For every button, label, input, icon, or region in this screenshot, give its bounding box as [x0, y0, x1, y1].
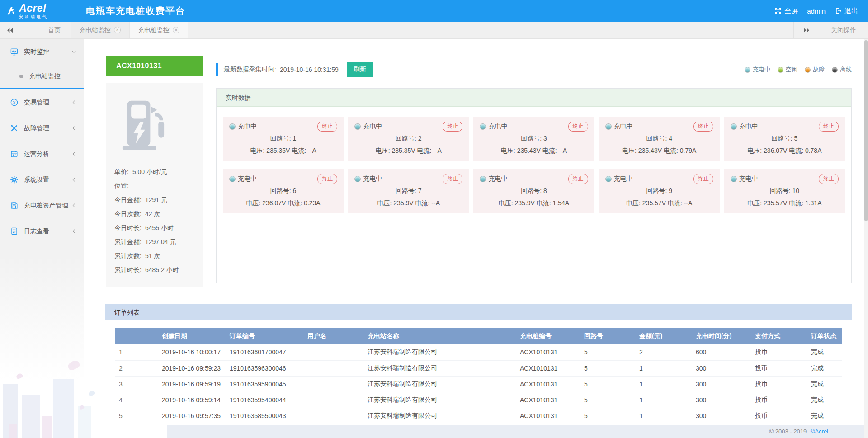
- created-date: 2019-10-16 10:00:17: [158, 344, 226, 360]
- logout-icon: [835, 7, 842, 14]
- status-ball-icon: [778, 67, 783, 73]
- pile-stat-row: 今日次数:42 次: [114, 210, 194, 218]
- pile-stat-row: 累计次数:51 次: [114, 252, 194, 260]
- scrollbar[interactable]: [864, 39, 868, 438]
- sidebar-item-pile-assets[interactable]: 充电桩资产管理: [0, 193, 84, 218]
- circuit-card-header: 充电中 终止: [354, 122, 462, 132]
- refresh-button[interactable]: 刷新: [347, 62, 373, 77]
- terminate-button[interactable]: 终止: [443, 174, 462, 184]
- terminate-button[interactable]: 终止: [693, 174, 713, 184]
- collect-time-row: 最新数据采集时间: 2019-10-16 10:31:59 刷新 充电中 空闲 …: [216, 61, 852, 78]
- pay-method: 投币: [751, 408, 807, 424]
- terminate-button[interactable]: 终止: [568, 122, 588, 132]
- stat-value: 6455 小时: [145, 224, 174, 231]
- stat-value: 51 次: [145, 252, 160, 259]
- close-tab-icon[interactable]: ×: [173, 27, 179, 33]
- sidebar-item-transactions[interactable]: ¥ 交易管理: [0, 89, 84, 115]
- main-content: ACX1010131: [84, 39, 868, 438]
- tabs-scroll-right-button[interactable]: [793, 22, 819, 38]
- order-status: 完成: [807, 376, 842, 392]
- current-value: --A: [684, 199, 693, 207]
- copyright-text: © 2003 - 2019: [769, 428, 807, 435]
- charge-minutes: 300: [692, 360, 751, 376]
- circuit-number: 4: [669, 135, 672, 142]
- status-ball-icon: [805, 67, 811, 73]
- row-index: 4: [115, 392, 158, 408]
- voltage-value: 236.07V: [262, 199, 286, 207]
- user-menu[interactable]: admin: [807, 7, 826, 15]
- circuit-card: 充电中 终止 回路号: 2 电压: 235.35V 电流: --A: [348, 117, 469, 161]
- voltage-value: 235.57V: [642, 199, 666, 207]
- terminate-button[interactable]: 终止: [819, 174, 839, 184]
- stat-value: 5.00 小时/元: [132, 168, 167, 175]
- tab-station-monitor[interactable]: 充电站监控 ×: [71, 22, 129, 38]
- status-label: 充电中: [614, 175, 633, 183]
- accent-bar: [216, 63, 218, 76]
- sidebar: 实时监控 充电站监控 ¥ 交易管理: [0, 39, 84, 438]
- tab-bar-right: 关闭操作: [793, 22, 868, 38]
- circuit-card: 充电中 终止 回路号: 7 电压: 235.9V 电流: --A: [348, 169, 469, 213]
- column-header: 用户名: [304, 328, 364, 344]
- logout-button[interactable]: 退出: [835, 7, 858, 15]
- status-label: 充电中: [614, 122, 633, 131]
- column-header: [115, 328, 158, 344]
- status-ball-icon: [354, 176, 361, 182]
- terminate-button[interactable]: 终止: [693, 122, 713, 132]
- acrel-link[interactable]: ©Acrel: [811, 428, 828, 435]
- legend-item: 离线: [832, 66, 852, 74]
- charge-minutes: 300: [692, 408, 751, 424]
- terminate-button[interactable]: 终止: [819, 122, 839, 132]
- order-row: 1 2019-10-16 10:00:17 1910163601700047 江…: [115, 344, 842, 360]
- amount: 1: [636, 376, 692, 392]
- circuit-number-row: 回路号: 6: [229, 187, 337, 195]
- status-ball-icon: [745, 67, 750, 73]
- terminate-button[interactable]: 终止: [443, 122, 462, 132]
- column-header: 支付方式: [751, 328, 807, 344]
- pile-number: ACX1010131: [516, 344, 580, 360]
- sidebar-item-faults[interactable]: 故障管理: [0, 115, 84, 141]
- circuit-measurements-row: 电压: 236.07V 电流: 0.23A: [229, 199, 337, 207]
- terminate-button[interactable]: 终止: [317, 122, 337, 132]
- pile-stat-row: 今日金额:1291 元: [114, 196, 194, 204]
- circuit-number: 10: [793, 187, 800, 194]
- close-operations-button[interactable]: 关闭操作: [819, 22, 868, 38]
- tab-home[interactable]: 首页: [38, 22, 71, 38]
- sidebar-item-realtime-monitor[interactable]: 实时监控: [0, 39, 84, 65]
- order-row: 3 2019-10-16 09:59:19 1910163595900045 江…: [115, 376, 842, 392]
- sidebar-item-station-monitor[interactable]: 充电站监控: [0, 65, 84, 88]
- sidebar-item-logs[interactable]: 日志查看: [0, 218, 84, 244]
- fullscreen-button[interactable]: 全屏: [774, 7, 798, 15]
- circuit-cards-grid: 充电中 终止 回路号: 1 电压: 235.35V 电流: --A: [217, 107, 851, 223]
- pile-number: ACX1010131: [516, 408, 580, 424]
- status-label: 充电中: [238, 175, 257, 183]
- terminate-button[interactable]: 终止: [317, 174, 337, 184]
- status-ball-icon: [480, 123, 486, 130]
- chevron-left-icon: [71, 151, 76, 156]
- scrollbar-thumb[interactable]: [864, 40, 868, 221]
- sidebar-item-analytics[interactable]: 运营分析: [0, 141, 84, 167]
- circuit-number: 1: [293, 135, 297, 142]
- close-tab-icon[interactable]: ×: [114, 27, 121, 33]
- chevron-down-icon: [71, 49, 76, 54]
- status-legend: 充电中 空闲 故障 离线: [745, 66, 852, 74]
- pile-info-body: 单价:5.00 小时/元 位置: 今日金额:1291 元 今日次数:42 次 今…: [106, 83, 203, 287]
- sidebar-item-settings[interactable]: 系统设置: [0, 167, 84, 193]
- terminate-button[interactable]: 终止: [568, 174, 588, 184]
- pile-number: ACX1010131: [516, 376, 580, 392]
- pile-stat-row: 累计时长:6485.2 小时: [114, 266, 194, 274]
- current-value: --A: [308, 147, 316, 154]
- column-header: 订单状态: [807, 328, 842, 344]
- circuit-card: 充电中 终止 回路号: 5 电压: 236.07V 电流: 0.78A: [724, 117, 845, 161]
- tab-pile-monitor[interactable]: 充电桩监控 ×: [129, 22, 188, 38]
- status-ball-icon: [354, 123, 361, 130]
- station-name: 江苏安科瑞制造有限公司: [364, 376, 516, 392]
- status-label: 充电中: [363, 175, 382, 183]
- page-title: 电瓶车充电桩收费平台: [86, 5, 185, 17]
- pay-method: 投币: [751, 392, 807, 408]
- circuit-card-header: 充电中 终止: [354, 174, 462, 184]
- tabs-scroll-left-button[interactable]: [0, 22, 20, 38]
- user-name: [304, 360, 364, 376]
- legend-item: 故障: [805, 66, 825, 74]
- log-icon: [10, 227, 19, 235]
- station-name: 江苏安科瑞制造有限公司: [364, 344, 516, 360]
